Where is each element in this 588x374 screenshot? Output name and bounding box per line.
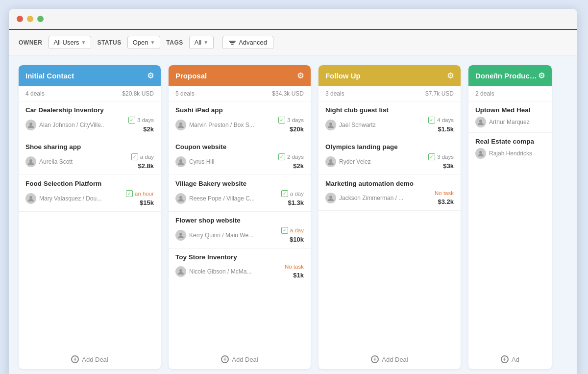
task-check-icon xyxy=(131,153,138,160)
deal-person: Reese Pope / Village C... xyxy=(175,193,255,204)
deal-card[interactable]: Food Selection Platform Mary Valasquez /… xyxy=(19,175,161,212)
task-check-icon xyxy=(428,117,435,124)
deal-amount: $20k xyxy=(290,125,304,133)
deal-meta: Marvin Preston / Box S... 3 days $20k xyxy=(175,117,304,133)
deal-card[interactable]: Uptown Med Heal Arthur Marquez xyxy=(468,101,552,133)
avatar xyxy=(25,156,36,167)
column-settings-icon[interactable]: ⚙ xyxy=(538,71,545,80)
deal-card[interactable]: Flower shop website Kerry Quinn / Main W… xyxy=(169,212,311,249)
deal-title: Food Selection Platform xyxy=(25,180,154,187)
add-deal-button-follow-up[interactable]: + Add Deal xyxy=(318,349,461,369)
deal-card[interactable]: Marketing automation demo Jackson Zimmer… xyxy=(318,175,461,211)
deal-card[interactable]: Olympics landing page Ryder Velez 3 days… xyxy=(318,138,461,175)
deal-card[interactable]: Coupon website Cyrus Hill 2 days $2k xyxy=(169,138,311,175)
column-title: Follow Up xyxy=(325,72,361,80)
add-deal-label: Add Deal xyxy=(82,356,108,363)
deal-title: Car Dealership Inventory xyxy=(25,106,154,114)
deal-title: Coupon website xyxy=(175,143,304,150)
deal-title: Night club guest list xyxy=(325,106,454,114)
deal-amount: $2k xyxy=(143,125,154,133)
column-settings-icon[interactable]: ⚙ xyxy=(447,71,454,80)
task-check-icon xyxy=(126,190,133,197)
avatar xyxy=(25,120,36,130)
plus-icon: + xyxy=(501,355,509,363)
status-value: Open xyxy=(133,39,148,46)
deal-card[interactable]: Shoe sharing app Aurelia Scott a day $2.… xyxy=(19,138,161,175)
task-time: 4 days xyxy=(437,117,454,123)
deal-meta: Aurelia Scott a day $2.8k xyxy=(25,153,154,170)
task-time: a day xyxy=(290,227,304,233)
column-follow-up: Follow Up ⚙ 3 deals $7.7k USD Night club… xyxy=(318,65,461,369)
tags-label: TAGS xyxy=(166,39,183,46)
task-time: No task xyxy=(285,264,304,270)
advanced-button[interactable]: Advanced xyxy=(222,36,273,49)
task-check-icon xyxy=(278,153,285,160)
deal-person: Marvin Preston / Box S... xyxy=(175,120,254,130)
column-done-in-production: Done/In Production ⚙ 2 deals Uptown Med … xyxy=(468,65,552,369)
person-name: Aurelia Scott xyxy=(39,158,73,165)
plus-icon: + xyxy=(221,355,229,363)
deal-amount: $3k xyxy=(443,162,454,170)
deal-meta: Nicole Gibson / McMa... No task $1k xyxy=(175,264,304,279)
column-settings-icon[interactable]: ⚙ xyxy=(147,71,154,80)
maximize-button[interactable] xyxy=(37,16,44,22)
avatar xyxy=(325,193,336,203)
task-check-icon xyxy=(128,117,135,124)
close-button[interactable] xyxy=(17,16,23,22)
deal-title: Flower shop website xyxy=(175,217,304,224)
add-deal-label: Add Deal xyxy=(382,356,408,363)
add-deal-button-proposal[interactable]: + Add Deal xyxy=(169,349,311,369)
avatar xyxy=(475,148,486,159)
svg-point-9 xyxy=(329,159,332,162)
avatar xyxy=(175,120,186,130)
tags-arrow-icon: ▼ xyxy=(203,40,208,45)
deal-title: Olympics landing page xyxy=(325,143,454,150)
deal-person: Jackson Zimmerman / ... xyxy=(325,193,403,203)
column-settings-icon[interactable]: ⚙ xyxy=(297,71,304,80)
status-label: STATUS xyxy=(97,39,121,46)
status-arrow-icon: ▼ xyxy=(150,40,155,45)
advanced-label: Advanced xyxy=(239,39,267,46)
task-check-icon xyxy=(281,190,288,197)
deal-meta: Cyrus Hill 2 days $2k xyxy=(175,153,304,170)
deal-person: Aurelia Scott xyxy=(25,156,73,167)
column-stats-follow-up: 3 deals $7.7k USD xyxy=(318,86,461,101)
deal-title: Marketing automation demo xyxy=(325,180,454,187)
deal-card[interactable]: Village Bakery website Reese Pope / Vill… xyxy=(169,175,311,212)
add-deal-button-initial-contact[interactable]: + Add Deal xyxy=(19,349,161,369)
svg-point-8 xyxy=(329,123,332,125)
kanban-board: Initial Contact ⚙ 4 deals $20.8k USD Car… xyxy=(9,55,577,374)
deal-card[interactable]: Night club guest list Jael Schwartz 4 da… xyxy=(318,101,461,138)
deal-title: Sushi iPad app xyxy=(175,106,304,114)
deal-meta: Jackson Zimmerman / ... No task $3.2k xyxy=(325,190,454,205)
avatar xyxy=(175,156,186,167)
deal-person: Rajah Hendricks xyxy=(475,148,532,159)
person-name: Nicole Gibson / McMa... xyxy=(189,268,251,275)
deal-person: Ryder Velez xyxy=(325,156,371,167)
avatar xyxy=(325,156,336,167)
deal-meta: Jael Schwartz 4 days $1.5k xyxy=(325,117,454,133)
person-name: Marvin Preston / Box S... xyxy=(189,122,254,128)
svg-point-5 xyxy=(179,196,182,199)
task-time: 3 days xyxy=(437,154,454,160)
owner-select[interactable]: All Users ▼ xyxy=(49,36,92,49)
deal-amount: $2k xyxy=(293,162,304,170)
status-select[interactable]: Open ▼ xyxy=(127,36,161,49)
deal-card[interactable]: Sushi iPad app Marvin Preston / Box S...… xyxy=(169,101,311,138)
tags-select[interactable]: All ▼ xyxy=(189,36,214,49)
deal-meta: Arthur Marquez xyxy=(475,117,545,127)
deals-total: $34.3k USD xyxy=(272,90,304,97)
deal-person: Arthur Marquez xyxy=(475,117,530,127)
deal-amount: $1k xyxy=(293,272,304,279)
add-deal-label: Ad xyxy=(512,356,519,363)
task-check-icon xyxy=(428,153,435,160)
deal-card[interactable]: Real Estate compa Rajah Hendricks xyxy=(468,133,552,164)
add-deal-button-done-in-production[interactable]: + Ad xyxy=(468,349,552,369)
task-time: No task xyxy=(435,190,454,196)
deal-card[interactable]: Toy Store Inventory Nicole Gibson / McMa… xyxy=(169,249,311,284)
task-check-icon xyxy=(281,227,288,234)
minimize-button[interactable] xyxy=(27,16,33,22)
person-name: Cyrus Hill xyxy=(189,158,214,165)
column-header-proposal: Proposal ⚙ xyxy=(169,65,311,86)
deal-card[interactable]: Car Dealership Inventory Alan Johnson / … xyxy=(19,101,161,138)
